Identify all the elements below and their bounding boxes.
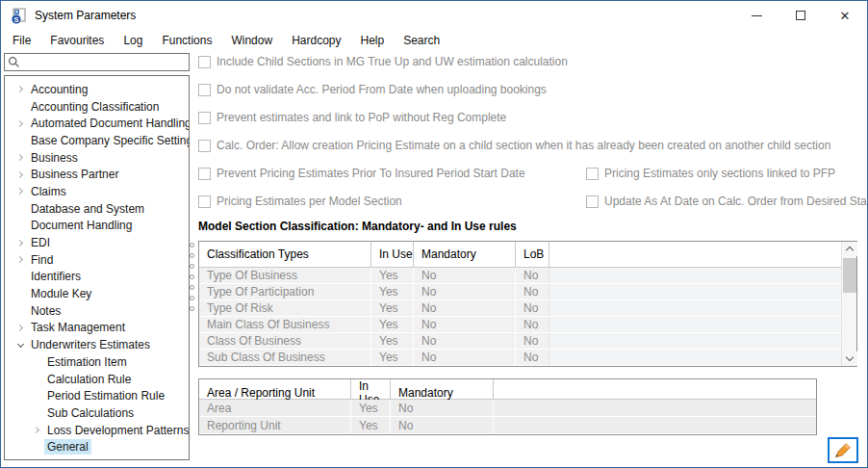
sidebar-item-find[interactable]: Find	[5, 251, 189, 269]
checkbox-pricing-estimates-per-model-section[interactable]: Pricing Estimates per Model Section	[198, 195, 402, 208]
checkbox-box[interactable]	[586, 168, 599, 180]
table-row[interactable]: Area Yes No	[199, 400, 816, 417]
table-row[interactable]: Type Of Business Yes No No	[199, 268, 841, 284]
menu-window[interactable]: Window	[228, 32, 275, 49]
sidebar-item-document-handling[interactable]: Document Handling	[5, 218, 189, 235]
vertical-scrollbar[interactable]	[841, 242, 856, 366]
cell-empty	[549, 284, 841, 299]
splitter-grip[interactable]	[190, 243, 195, 317]
edit-button[interactable]	[828, 437, 858, 463]
cell: Area	[199, 400, 350, 416]
chevron-right-icon[interactable]	[15, 256, 22, 263]
column-header[interactable]: LoB	[515, 242, 549, 267]
sidebar-item-claims[interactable]: Claims	[5, 183, 189, 200]
cell: Yes	[370, 350, 413, 365]
cell: No	[515, 300, 549, 316]
column-header[interactable]: In Use	[370, 242, 413, 267]
minimize-icon	[752, 15, 762, 16]
chevron-right-icon[interactable]	[15, 154, 22, 161]
checkbox-prevent-estimates-pop[interactable]: Prevent estimates and link to PoP withou…	[198, 111, 506, 124]
sidebar-item-task-management[interactable]: Task Management	[5, 320, 189, 337]
chevron-right-icon[interactable]	[15, 188, 22, 195]
column-header[interactable]: Classification Types	[199, 242, 370, 267]
cell-empty	[549, 333, 841, 349]
chevron-right-icon[interactable]	[15, 239, 22, 246]
checkbox-box[interactable]	[198, 56, 211, 68]
chevron-right-icon[interactable]	[15, 86, 22, 92]
cell: Type Of Participation	[199, 284, 370, 299]
checkbox-prevent-pricing-estimates-prior[interactable]: Prevent Pricing Estimates Prior To Insur…	[198, 167, 525, 180]
table-row[interactable]: Type Of Participation Yes No No	[199, 284, 841, 300]
scroll-up-button[interactable]	[842, 242, 857, 256]
search-input[interactable]	[4, 53, 190, 71]
sidebar-item-period-estimation-rule[interactable]: Period Estimation Rule	[5, 387, 189, 404]
sidebar-item-sub-calculations[interactable]: Sub Calculations	[5, 404, 189, 422]
cell: No	[390, 417, 493, 433]
checkbox-do-not-validate-acc-period[interactable]: Do not validate Acc. Period From Date wh…	[198, 83, 547, 96]
checkbox-box[interactable]	[198, 140, 211, 152]
chevron-right-icon[interactable]	[15, 171, 22, 178]
chevron-up-icon	[846, 247, 854, 254]
checkbox-update-as-at-date[interactable]: Update As At Date on Calc. Order from De…	[586, 195, 868, 208]
chevron-right-icon[interactable]	[15, 325, 22, 331]
checkbox-box[interactable]	[198, 84, 211, 96]
menu-help[interactable]: Help	[357, 32, 387, 49]
sidebar-item-base-company-specific-settings[interactable]: Base Company Specific Settings	[5, 132, 189, 149]
scrollbar-thumb[interactable]	[843, 258, 856, 293]
cell: No	[515, 284, 549, 299]
sidebar-item-accounting-classification[interactable]: Accounting Classification	[5, 98, 189, 116]
sidebar-item-underwriters-estimates[interactable]: Underwriters Estimates	[5, 336, 189, 353]
sidebar-item-accounting[interactable]: Accounting	[5, 81, 189, 98]
sidebar-item-general[interactable]: General	[5, 438, 189, 455]
cell: Yes	[350, 400, 390, 416]
menu-hardcopy[interactable]: Hardcopy	[289, 32, 344, 49]
scroll-down-button[interactable]	[842, 351, 857, 366]
checkbox-box[interactable]	[198, 195, 211, 208]
table-row[interactable]: Main Class Of Business Yes No No	[199, 317, 841, 333]
checkbox-pricing-estimates-only-pfp[interactable]: Pricing Estimates only sections linked t…	[586, 167, 835, 180]
close-button[interactable]: ✕	[823, 1, 867, 30]
checkbox-box[interactable]	[586, 195, 599, 208]
sidebar-item-edi[interactable]: EDI	[5, 234, 189, 251]
table-row[interactable]: Reporting Unit Yes No	[199, 417, 816, 434]
menu-file[interactable]: File	[10, 32, 34, 49]
sidebar-item-estimation-item[interactable]: Estimation Item	[5, 353, 189, 371]
checkbox-label: Include Child Sections in MG True Up and…	[217, 55, 568, 68]
sidebar-item-database-and-system[interactable]: Database and System	[5, 200, 189, 218]
sidebar-search	[4, 53, 190, 71]
tree-item-label: Accounting Classification	[28, 99, 162, 115]
sidebar-item-notes[interactable]: Notes	[5, 302, 189, 320]
table-row[interactable]: Sub Class Of Business Yes No No	[199, 350, 841, 366]
chevron-right-icon[interactable]	[15, 120, 22, 127]
sidebar-item-loss-development-patterns[interactable]: Loss Development Patterns	[5, 422, 189, 439]
checkbox-include-child-sections[interactable]: Include Child Sections in MG True Up and…	[198, 55, 568, 68]
cell: No	[515, 333, 549, 349]
checkbox-box[interactable]	[198, 168, 211, 180]
search-icon	[8, 56, 20, 68]
sidebar-item-calculation-rule[interactable]: Calculation Rule	[5, 371, 189, 388]
tree-item-label: Sub Calculations	[44, 405, 137, 421]
chevron-down-icon[interactable]	[16, 341, 23, 348]
tree-item-label: Accounting	[28, 82, 90, 97]
checkbox-calc-order-allow-creation[interactable]: Calc. Order: Allow creation Pricing Esti…	[198, 139, 830, 152]
cell: Type Of Risk	[199, 300, 370, 316]
menu-log[interactable]: Log	[120, 32, 145, 49]
sidebar-item-business-partner[interactable]: Business Partner	[5, 166, 189, 183]
menu-search[interactable]: Search	[400, 32, 443, 49]
table-content: Classification Types In Use Mandatory Lo…	[199, 242, 841, 366]
menu-functions[interactable]: Functions	[159, 32, 215, 49]
checkbox-box[interactable]	[198, 112, 211, 124]
maximize-button[interactable]	[779, 1, 823, 30]
minimize-button[interactable]	[734, 1, 779, 30]
table-row[interactable]: Class Of Business Yes No No	[199, 333, 841, 350]
column-header[interactable]: Mandatory	[413, 242, 515, 267]
chevron-right-icon[interactable]	[32, 427, 38, 433]
sidebar-item-automated-document-handling[interactable]: Automated Document Handling	[5, 115, 189, 132]
table-row[interactable]: Type Of Risk Yes No No	[199, 300, 841, 317]
menu-favourites[interactable]: Favourites	[47, 32, 107, 49]
tree-item-label: Base Company Specific Settings	[28, 133, 190, 148]
sidebar-item-business[interactable]: Business	[5, 149, 189, 167]
sidebar-item-identifiers[interactable]: Identifiers	[5, 269, 189, 286]
system-parameters-window: { "window": { "title": "System Parameter…	[0, 0, 868, 468]
sidebar-item-module-key[interactable]: Module Key	[5, 285, 189, 302]
